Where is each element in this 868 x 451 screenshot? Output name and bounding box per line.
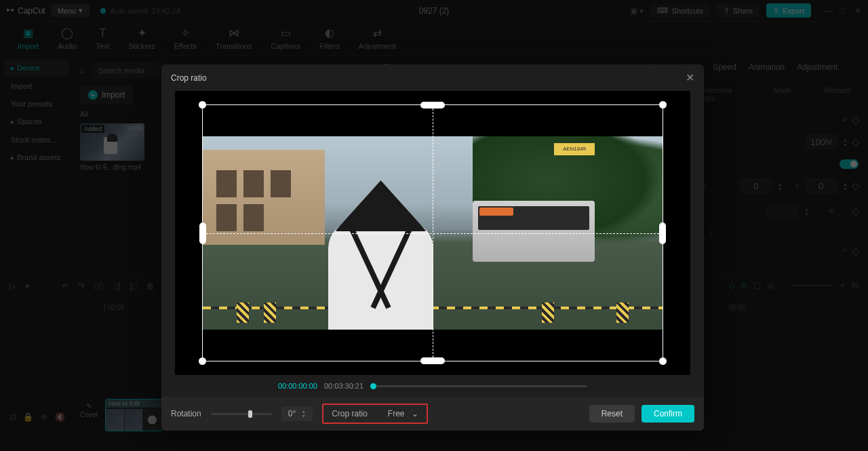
trim-left-icon[interactable]: ⌷[ <box>113 281 120 291</box>
snap-icon[interactable]: ◇ <box>729 281 735 290</box>
media-thumbnail[interactable]: Added 03:31 How to E...ding.mp4 <box>80 123 144 171</box>
keyframe-icon[interactable] <box>852 208 859 215</box>
crop-handle-left[interactable] <box>199 222 206 244</box>
crop-handle-bl[interactable] <box>199 357 206 365</box>
crop-handle-tr[interactable] <box>659 101 667 109</box>
toggle-switch[interactable] <box>840 159 859 169</box>
crop-ratio-label: Crop ratio <box>332 409 368 418</box>
link-icon[interactable]: ⎘ <box>742 281 747 290</box>
maximize-button[interactable]: □ <box>840 6 848 16</box>
tab-stickers[interactable]: ✦Stickers <box>119 27 165 50</box>
lock-icon[interactable]: 🔒 <box>23 412 33 422</box>
app-name: CapCut <box>18 6 45 16</box>
inspector-tab-speed[interactable]: Speed <box>713 62 736 72</box>
reset-button[interactable]: Reset <box>589 405 635 423</box>
y-stepper[interactable]: ▲▼ <box>843 182 848 191</box>
tab-effects[interactable]: ✧Effects <box>165 27 206 50</box>
menu-button[interactable]: Menu ▾ <box>51 4 90 17</box>
zoom-slider[interactable] <box>793 285 833 286</box>
crop-frame[interactable]: AEN1845 <box>202 104 663 361</box>
tab-adjustment[interactable]: ⇄Adjustment <box>349 27 406 50</box>
trim-right-icon[interactable]: ]⌷ <box>130 281 136 291</box>
rotation-value-box[interactable]: 0° ▲▼ <box>281 406 313 421</box>
shortcuts-button[interactable]: ⌨ Shortcuts <box>650 3 709 18</box>
delete-icon[interactable]: 🗑 <box>146 281 155 291</box>
collapse-icon[interactable]: ⊟ <box>9 412 16 422</box>
target-icon[interactable]: ◎ <box>768 281 774 290</box>
keyframe-icon[interactable] <box>852 138 859 146</box>
split-icon[interactable]: ⌷⌷ <box>94 281 104 291</box>
crop-handle-right[interactable] <box>659 222 666 244</box>
undo-icon[interactable]: ↶ <box>842 116 848 125</box>
layout-icon[interactable]: ▣ ▾ <box>630 6 644 16</box>
sidebar-item-import[interactable]: Import <box>4 78 69 94</box>
keyframe-icon[interactable] <box>852 248 859 255</box>
sidebar-item-stockmater[interactable]: Stock mater... <box>4 132 69 148</box>
close-button[interactable]: ✕ <box>854 6 863 16</box>
tab-audio[interactable]: ◯Audio <box>48 27 86 50</box>
app-logo: CapCut <box>5 6 45 16</box>
adjustment-icon: ⇄ <box>373 27 382 39</box>
crop-handle-top[interactable] <box>420 102 445 109</box>
timeline-clip[interactable]: How to Edit <box>105 399 163 431</box>
keyframe-icon[interactable] <box>852 182 859 190</box>
preview-icon[interactable]: ▢ <box>753 281 761 290</box>
thumb-duration: 03:31 <box>127 125 143 132</box>
tab-import[interactable]: ▣Import <box>8 27 48 50</box>
export-button[interactable]: ⇪ Export <box>766 3 811 18</box>
pos-x-input[interactable] <box>740 178 772 194</box>
zoom-in-icon[interactable]: + <box>840 281 845 290</box>
crop-canvas[interactable]: AEN1845 <box>175 91 690 375</box>
undo-icon[interactable]: ↶ <box>62 281 68 291</box>
sidebar-item-yourpresets[interactable]: Your presets <box>4 96 69 112</box>
import-button[interactable]: + Import <box>80 85 133 104</box>
menu-label: Menu <box>58 7 77 15</box>
tab-transitions[interactable]: ⋈Transitions <box>206 27 261 50</box>
link-icon[interactable]: ⟲ <box>828 207 834 216</box>
time-current: 00:00:00:00 <box>278 382 317 390</box>
eye-icon[interactable]: 👁 <box>40 412 48 422</box>
tab-label: Audio <box>58 42 77 50</box>
tab-text[interactable]: TText <box>86 27 119 50</box>
tab-filters[interactable]: ◐Filters <box>310 27 349 50</box>
edit-icon: ✎ <box>86 402 92 410</box>
person-hat <box>335 180 427 231</box>
rotation-stepper[interactable]: ▲▼ <box>301 409 306 418</box>
sidebar-item-spaces[interactable]: ▸ Spaces <box>4 113 69 130</box>
inspector-subtab-retouch[interactable]: Retouch <box>814 83 861 105</box>
rotation-slider[interactable] <box>211 413 272 415</box>
keyframe-icon[interactable] <box>852 117 859 124</box>
crop-handle-br[interactable] <box>659 357 667 365</box>
pointer-tool-icon[interactable]: ▷ <box>9 281 16 291</box>
tab-captions[interactable]: ▭Captions <box>261 27 309 50</box>
rotation-label: Rotation <box>171 409 201 418</box>
chevron-down-icon[interactable]: ▾ <box>25 281 29 291</box>
crop-handle-tl[interactable] <box>199 101 206 109</box>
close-icon[interactable]: ✕ <box>686 71 694 84</box>
confirm-button[interactable]: Confirm <box>642 405 694 423</box>
fit-icon[interactable]: ⊡ <box>852 281 859 290</box>
pos-y-input[interactable] <box>805 178 837 194</box>
mute-icon[interactable]: 🔇 <box>55 412 65 422</box>
stickers-icon: ✦ <box>138 27 146 39</box>
zoom-out-icon[interactable]: − <box>781 281 786 290</box>
inspector-tab-adjustment[interactable]: Adjustment <box>797 62 837 72</box>
sidebar-item-brandassets[interactable]: ▸ Brand assets <box>4 149 69 166</box>
scale-input[interactable] <box>805 134 837 150</box>
minimize-button[interactable]: — <box>825 6 833 16</box>
undo-icon[interactable]: ↶ <box>842 247 848 256</box>
inspector-subtab-mask[interactable]: Mask <box>764 83 801 105</box>
rot-stepper[interactable]: ▲▼ <box>804 207 809 216</box>
share-button[interactable]: ⇪ Share <box>717 3 760 18</box>
redo-icon[interactable]: ↷ <box>78 281 85 291</box>
rot-input[interactable] <box>766 203 799 219</box>
crop-ratio-dropdown[interactable]: Free ⌄ <box>388 409 418 418</box>
align-bottom-icon[interactable]: ⊥ <box>709 229 715 237</box>
scale-stepper[interactable]: ▲▼ <box>843 138 848 147</box>
inspector-tab-animation[interactable]: Animation <box>749 62 785 72</box>
time-slider[interactable] <box>370 385 587 387</box>
x-stepper[interactable]: ▲▼ <box>778 182 783 191</box>
sidebar-item-device[interactable]: ▸ Device <box>4 60 69 77</box>
cover-button[interactable]: ✎ Cover <box>80 402 98 418</box>
crop-handle-bottom[interactable] <box>420 357 445 364</box>
